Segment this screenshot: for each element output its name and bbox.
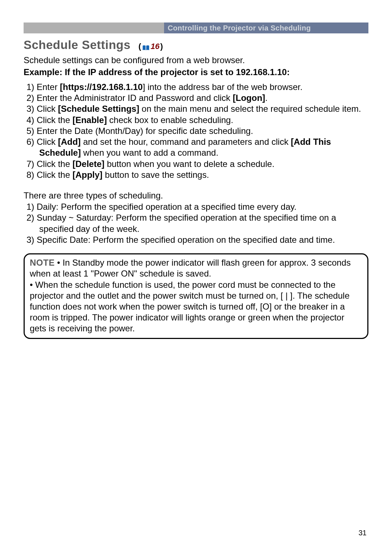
ref-open: ( (139, 42, 141, 51)
note-body: • In Standby mode the power indicator wi… (30, 258, 351, 333)
step-7: 7) Click the [Delete] button when you wa… (26, 159, 368, 169)
types-intro: There are three types of scheduling. (24, 191, 368, 201)
step-5: 5) Enter the Date (Month/Day) for specif… (26, 126, 368, 136)
note-label: NOTE (30, 258, 55, 267)
step-1: 1) Enter [https://192.168.1.10] into the… (26, 82, 368, 93)
example-text: Example: If the IP address of the projec… (24, 67, 368, 77)
type-2: 2) Sunday ~ Saturday: Perform the specif… (26, 212, 368, 234)
types-list: 1) Daily: Perform the specified operatio… (24, 201, 368, 245)
step-3: 3) Click [Schedule Settings] on the main… (26, 103, 368, 114)
ref-close: ) (160, 42, 163, 51)
type-3: 3) Specific Date: Perform the specified … (26, 234, 368, 245)
heading-row: Schedule Settings ( 16 ) (24, 38, 368, 52)
page-reference: ( 16 ) (139, 42, 163, 51)
page-heading: Schedule Settings (24, 38, 131, 52)
type-1: 1) Daily: Perform the specified operatio… (26, 201, 368, 212)
step-4: 4) Click the [Enable] check box to enabl… (26, 115, 368, 126)
step-2: 2) Enter the Administrator ID and Passwo… (26, 93, 368, 103)
book-icon (142, 44, 150, 49)
steps-list: 1) Enter [https://192.168.1.10] into the… (24, 82, 368, 180)
ref-number: 16 (151, 42, 159, 51)
step-6: 6) Click [Add] and set the hour, command… (26, 136, 368, 158)
page-content: Schedule Settings ( 16 ) Schedule settin… (24, 38, 368, 339)
note-box: NOTE • In Standby mode the power indicat… (24, 253, 368, 339)
page-number: 31 (359, 529, 367, 537)
intro-text: Schedule settings can be configured from… (24, 55, 368, 66)
step-8: 8) Click the [Apply] button to save the … (26, 169, 368, 180)
header-section-title: Controlling the Projector via Scheduling (168, 24, 311, 32)
header-bar-blue: Controlling the Projector via Scheduling (164, 23, 368, 33)
